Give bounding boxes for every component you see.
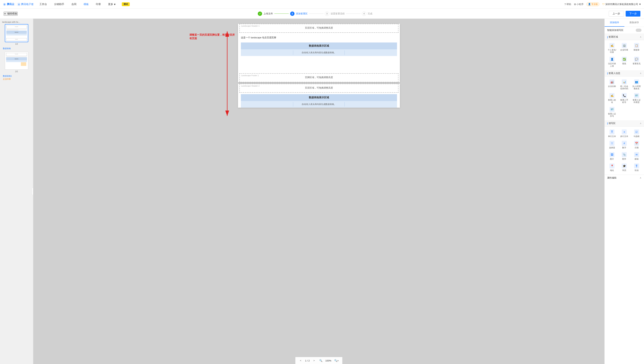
component-image[interactable]: 🖼 图片 <box>606 151 618 161</box>
close-button[interactable]: ✕ 编辑模板 <box>4 12 18 16</box>
signer-phone-icon: 📞 <box>622 93 627 98</box>
education-label: 学历 <box>622 169 626 172</box>
nav-distribution[interactable]: 分销助手 <box>53 2 66 7</box>
nav-workbench[interactable]: 工作台 <box>38 2 48 7</box>
zoom-in-button[interactable]: 🔍+ <box>334 359 340 362</box>
company-name[interactable]: 🛡 深圳市腾讯计算机系统有限公司 ▼ <box>602 3 641 6</box>
step-1-circle: ✓ <box>258 12 262 16</box>
footer-zone-1[interactable]: Landscape Footer 1 页脚区域，可拖拽调整高度 <box>240 73 398 82</box>
component-attachment[interactable]: 📎 附件 <box>619 151 630 161</box>
pro-badge[interactable]: 👤 专业版 <box>586 2 600 6</box>
header-zone-label-1: Landscape Header 1 <box>241 25 260 27</box>
component-legal-rep-seal[interactable]: 👤 法定代表人章 <box>606 56 618 68</box>
legal-name-label: 法人/经营者姓名 <box>632 85 642 90</box>
email-label: 邮箱 <box>635 158 638 160</box>
component-checkbox[interactable]: ☑ 勾选框 <box>631 128 642 139</box>
component-legal-name[interactable]: 👥 法人/经营者姓名 <box>631 78 642 91</box>
help-link[interactable]: ? 帮助 <box>564 3 571 6</box>
data-table-cell-2-2: 自动传入表头和内容生成数据表格。 <box>293 102 345 107</box>
step-2-label: 添加签署区 <box>296 12 308 15</box>
component-gender[interactable]: ⚧ 性别 <box>631 162 642 173</box>
email-icon: ✉ <box>634 152 639 157</box>
page-2-meta-1: 数据表格1 <box>3 75 30 77</box>
component-enterprise-name[interactable]: 🏭 企业全称 <box>606 78 618 91</box>
nav-seal[interactable]: 印章 <box>94 2 102 7</box>
attr-collapse-icon[interactable]: ∧ <box>640 176 642 179</box>
component-approve[interactable]: ✅ 签批 <box>619 56 630 68</box>
component-riding-seal[interactable]: 📋 骑缝章 <box>631 42 642 55</box>
header-zone-2[interactable]: Landscape Header 2 页层区域，可拖拽调整高度 <box>240 84 398 93</box>
fill-area-collapse-button[interactable]: ∧ <box>640 122 642 125</box>
step-1-label: 上传文件 <box>264 12 273 15</box>
sign-opinion-icon: 💬 <box>634 57 639 62</box>
prev-button[interactable]: 上一步 <box>609 11 624 17</box>
component-signer-phone[interactable]: 📞 签署人手机号 <box>619 92 630 105</box>
action-buttons: 上一步 下一步 <box>609 11 640 17</box>
riding-seal-icon: 📋 <box>634 43 639 48</box>
sidebar-collapse-button[interactable]: « <box>32 188 33 195</box>
step-1: ✓ 上传文件 <box>258 12 273 16</box>
mini-program-link[interactable]: ⊞ 小程序 <box>574 3 584 6</box>
address-icon: 📍 <box>610 163 614 169</box>
signer-id-num-icon: 🪪 <box>610 107 614 112</box>
signer-name-label: 签署人姓名 <box>607 99 617 104</box>
component-address[interactable]: 📍 地址 <box>606 162 618 173</box>
signer-info-collapse-button[interactable]: ∧ <box>640 72 642 75</box>
next-button[interactable]: 下一步 <box>626 11 640 17</box>
page-spacer-1 <box>238 58 400 72</box>
component-signer-id-type[interactable]: 🪪 签署人证件类型 <box>631 92 642 105</box>
data-table-cell-1 <box>242 50 294 55</box>
step-3-label: 设置签署流程 <box>331 12 345 15</box>
component-signer-id-num[interactable]: 🪪 签署人证件号 <box>606 106 618 118</box>
single-text-icon: T <box>610 129 614 135</box>
component-education[interactable]: 🎓 学历 <box>619 162 630 173</box>
data-table-sub-1: 自动传入表头和内容生成数据表格。 <box>241 49 397 56</box>
step-4-circle: 4 <box>362 12 366 16</box>
component-email[interactable]: ✉ 邮箱 <box>631 151 642 161</box>
component-credit-code[interactable]: 📊 统一社会信用代码 <box>619 78 630 91</box>
legal-name-icon: 👥 <box>634 79 639 84</box>
approve-label: 签批 <box>622 63 626 65</box>
auto-fill-toggle[interactable] <box>636 29 642 32</box>
zoom-out-button[interactable]: 🔍 <box>318 359 323 362</box>
pages-sidebar: landscape-with-he... header 数据表格 footer … <box>0 19 33 364</box>
component-signer-name[interactable]: ✍ 签署人姓名 <box>606 92 618 105</box>
page-prev-button[interactable]: ＜ <box>298 358 303 362</box>
multi-text-label: 多行文本 <box>620 135 628 138</box>
enterprise-name-label: 企业全称 <box>608 85 616 88</box>
nav-template[interactable]: 模板 <box>82 2 90 7</box>
checkbox-label: 勾选框 <box>634 135 640 138</box>
page-2-num: 2/2 <box>2 70 32 73</box>
component-single-text[interactable]: T 单行文本 <box>606 128 618 139</box>
signer-info-section-header: 签署人信息 ∧ <box>604 70 644 77</box>
sign-area-collapse-button[interactable]: ∧ <box>640 36 642 38</box>
attachment-icon: 📎 <box>622 152 627 157</box>
component-date[interactable]: 📅 日期 <box>631 140 642 150</box>
data-table-sub-2: 自动传入表头和内容生成数据表格。 <box>241 101 397 108</box>
credit-code-label: 统一社会信用代码 <box>619 85 629 90</box>
esign-logo[interactable]: 签 腾讯电子签 <box>18 3 34 6</box>
nav-more[interactable]: 更多 ▼ <box>107 2 118 7</box>
component-enterprise-seal[interactable]: 🏢 企业印章 <box>619 42 630 55</box>
page-next-button[interactable]: ＞ <box>312 358 316 362</box>
component-selector[interactable]: ▽ 选择器 <box>606 140 618 150</box>
component-number[interactable]: # 数字 <box>619 140 630 150</box>
header-zone-1[interactable]: Landscape Header 1 页层区域，可拖拽调整高度 <box>240 24 398 33</box>
data-table-zone-2: 数据表格展示区域 自动传入表头和内容生成数据表格。 <box>241 94 397 108</box>
fill-area-title: 填写区 <box>607 122 616 125</box>
selector-icon: ▽ <box>610 141 614 146</box>
multi-text-icon: ≡ <box>622 129 627 135</box>
page-2-thumbnail[interactable]: header 数据表格 2/2 <box>2 52 32 73</box>
component-multi-text[interactable]: ≡ 多行文本 <box>619 128 630 139</box>
tencent-cloud-logo[interactable]: 云 腾讯云 <box>3 3 14 6</box>
chevron-down-icon: ▼ <box>639 3 641 6</box>
tab-add-component[interactable]: 添加组件 <box>604 19 624 27</box>
single-text-label: 单行文本 <box>608 135 616 138</box>
tab-add-watermark[interactable]: 添加水印 <box>624 19 644 27</box>
component-personal-sign[interactable]: ✍ 个人签名/印章 <box>606 42 618 55</box>
page-1-thumbnail[interactable]: header 数据表格 footer 1/2 <box>2 24 32 45</box>
component-sign-opinion[interactable]: 💬 签署意见 <box>631 56 642 68</box>
nav-contract[interactable]: 合同 <box>70 2 78 7</box>
data-table-cell-2: 自动传入表头和内容生成数据表格。 <box>293 50 345 55</box>
sign-opinion-label: 签署意见 <box>633 63 640 65</box>
